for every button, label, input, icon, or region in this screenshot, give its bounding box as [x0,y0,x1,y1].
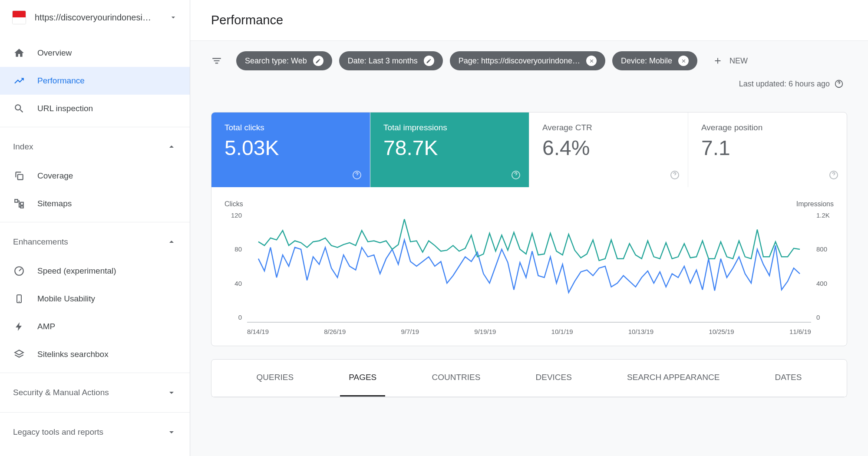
filter-chip-label: Search type: Web [245,56,307,66]
section-title: Security & Manual Actions [13,388,109,397]
tabs-card: QUERIES PAGES COUNTRIES DEVICES SEARCH A… [211,359,847,397]
metric-position[interactable]: Average position 7.1 [688,112,847,187]
sidebar-item-sitelinks[interactable]: Sitelinks searchbox [0,340,190,368]
metric-ctr[interactable]: Average CTR 6.4% [529,112,688,187]
tabs: QUERIES PAGES COUNTRIES DEVICES SEARCH A… [211,360,847,397]
help-icon[interactable] [834,79,844,89]
home-icon [13,47,25,59]
section-header-index[interactable]: Index [0,132,190,162]
tree-icon [13,198,25,210]
metric-value: 7.1 [701,136,834,160]
gauge-icon [13,265,25,277]
main-content: Performance Search type: Web Date: Last … [190,0,868,456]
y-left-label: Clicks [224,200,243,208]
filter-bar: Search type: Web Date: Last 3 months Pag… [190,41,868,99]
sidebar-item-label: Coverage [37,171,73,181]
last-updated-text: Last updated: 6 hours ago [739,79,830,89]
section-header-security[interactable]: Security & Manual Actions [0,377,190,408]
metric-value: 78.7K [383,136,516,160]
section-title: Enhancements [13,237,68,247]
sidebar-item-label: Sitelinks searchbox [37,350,109,359]
sidebar-item-coverage[interactable]: Coverage [0,162,190,190]
tab-countries[interactable]: COUNTRIES [423,360,489,397]
sidebar-item-speed[interactable]: Speed (experimental) [0,257,190,285]
metric-label: Total clicks [224,123,357,132]
chevron-up-icon [166,142,177,152]
section-header-legacy[interactable]: Legacy tools and reports [0,417,190,447]
last-updated: Last updated: 6 hours ago [739,79,847,89]
copy-icon [13,170,25,182]
metric-clicks[interactable]: Total clicks 5.03K [211,112,370,187]
filter-chip-label: Page: https://discoveryourindone… [459,56,580,66]
edit-icon [424,56,434,66]
property-url: https://discoveryourindonesi… [35,13,160,23]
close-icon[interactable] [586,56,597,66]
bolt-icon [13,321,25,333]
filter-icon[interactable] [211,55,222,66]
phone-icon [13,293,25,305]
sidebar-item-amp[interactable]: AMP [0,313,190,340]
filter-chip-label: Device: Mobile [621,56,672,66]
tab-search-appearance[interactable]: SEARCH APPEARANCE [618,360,728,397]
sidebar-item-label: URL inspection [37,104,93,113]
help-icon[interactable] [352,170,362,180]
sidebar-item-label: AMP [37,322,55,331]
y-axis-left: 120 80 40 0 [224,210,242,323]
help-icon[interactable] [511,170,521,180]
sidebar-item-sitemaps[interactable]: Sitemaps [0,190,190,218]
trending-icon [13,75,25,87]
section-title: Index [13,142,33,152]
sidebar-item-performance[interactable]: Performance [0,67,190,95]
chevron-down-icon [166,387,177,398]
search-icon [13,102,25,115]
sidebar-item-urlinspect[interactable]: URL inspection [0,95,190,122]
sidebar-item-label: Speed (experimental) [37,266,116,276]
sidebar: https://discoveryourindonesi… Overview P… [0,0,190,456]
chart-area: Clicks Impressions 120 80 40 0 [211,187,847,346]
new-filter-label: NEW [729,56,748,66]
chevron-up-icon [166,237,177,247]
sidebar-item-label: Overview [37,48,72,58]
svg-rect-0 [18,175,23,180]
performance-card: Total clicks 5.03K Total impressions 78.… [211,112,847,346]
tab-dates[interactable]: DATES [766,360,810,397]
svg-rect-1 [15,199,18,202]
sidebar-item-overview[interactable]: Overview [0,39,190,67]
metric-label: Total impressions [383,123,516,132]
help-icon[interactable] [828,170,839,180]
filter-chip-searchtype[interactable]: Search type: Web [236,51,332,70]
tab-pages[interactable]: PAGES [340,360,385,397]
dropdown-icon [169,13,178,22]
new-filter-button[interactable]: NEW [704,56,756,66]
page-header: Performance [190,0,868,41]
sidebar-item-label: Sitemaps [37,199,72,208]
metric-impressions[interactable]: Total impressions 78.7K [370,112,529,187]
y-right-label: Impressions [796,200,834,208]
tab-queries[interactable]: QUERIES [248,360,303,397]
y-axis-right: 1.2K 800 400 0 [816,210,834,323]
filter-chip-page[interactable]: Page: https://discoveryourindone… [450,51,605,70]
metric-label: Average CTR [542,123,675,132]
section-header-enhancements[interactable]: Enhancements [0,227,190,257]
sidebar-item-label: Performance [37,76,85,86]
help-icon[interactable] [670,170,680,180]
filter-chip-date[interactable]: Date: Last 3 months [339,51,443,70]
sidebar-item-label: Mobile Usability [37,294,95,304]
metric-value: 5.03K [224,136,357,160]
filter-chip-device[interactable]: Device: Mobile [612,51,697,70]
layers-icon [13,348,25,360]
line-chart[interactable] [247,210,811,323]
edit-icon [313,56,323,66]
tab-devices[interactable]: DEVICES [527,360,580,397]
close-icon[interactable] [678,56,689,66]
svg-rect-2 [20,202,23,205]
property-flag-icon [12,10,26,24]
filter-chip-label: Date: Last 3 months [348,56,418,66]
sidebar-item-mobile[interactable]: Mobile Usability [0,285,190,313]
x-axis: 8/14/19 8/26/19 9/7/19 9/19/19 10/1/19 1… [224,328,834,335]
svg-rect-3 [20,206,23,208]
page-title: Performance [211,13,847,27]
plus-icon [713,56,723,66]
property-selector[interactable]: https://discoveryourindonesi… [0,0,190,35]
section-title: Legacy tools and reports [13,427,103,437]
